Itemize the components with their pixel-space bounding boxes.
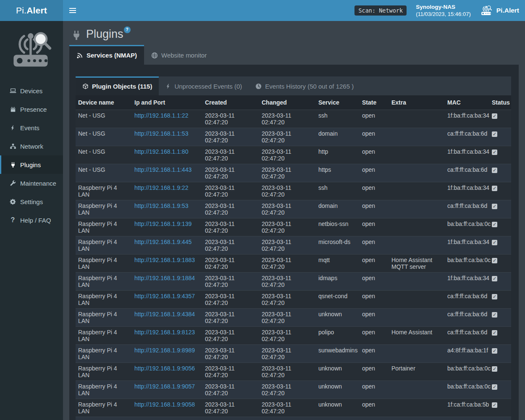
ip-port-link[interactable]: http://192.168.1.9:4357 [134,293,195,299]
help-badge[interactable]: ? [124,26,131,33]
service-cell: unknown [316,309,360,327]
ip-port-link[interactable]: http://192.168.1.9:445 [134,239,192,245]
changed-cell: 2023-03-11 02:47:20 [259,309,316,327]
status-checkbox[interactable] [492,330,497,336]
created-cell: 2023-03-11 02:47:20 [202,182,259,200]
ip-port-link[interactable]: http://192.168.1.9:53 [134,202,188,209]
col-state[interactable]: State [360,95,389,110]
mac-cell: 1f:ba:ff:ca:ba:34 [445,110,489,128]
ip-port-link[interactable]: http://192.168.1.9:139 [134,220,192,227]
col-created[interactable]: Created [202,95,259,110]
ip-port-link[interactable]: http://192.168.1.1:443 [134,166,192,173]
ip-port-link[interactable]: http://192.168.1.9:4384 [134,311,195,318]
sidebar-item-settings[interactable]: Settings [0,192,63,211]
extra-cell [389,417,445,420]
col-status[interactable]: Status [489,95,511,110]
ip-port-link[interactable]: http://192.168.1.9:9056 [134,365,195,372]
status-checkbox[interactable] [492,113,497,119]
navbar-right: Scan: Network Synology-NAS (11/03/2023, … [354,3,525,18]
status-checkbox[interactable] [492,402,497,408]
status-checkbox[interactable] [492,186,497,191]
ip-port-link[interactable]: http://192.168.1.9:9058 [134,401,195,408]
status-checkbox[interactable] [492,258,497,263]
changed-cell: 2023-03-11 02:47:20 [259,164,316,182]
sidebar-item-label: Plugins [20,161,41,168]
mac-cell: 1f:ba:ff:ca:ba:34 [445,236,489,255]
col-device-name[interactable]: Device name [76,95,132,110]
app-logo[interactable]: Pi.Alert [0,0,63,21]
service-cell: mqtt [316,255,360,273]
status-checkbox[interactable] [492,150,497,155]
table-header-row: Device name Ip and Port Created Changed … [76,95,511,110]
sidebar-item-devices[interactable]: Devices [0,81,63,100]
sidebar-item-network[interactable]: Network [0,137,63,155]
status-checkbox[interactable] [492,168,497,173]
status-checkbox[interactable] [492,204,497,209]
ip-port-link[interactable]: http://192.168.1.9:22 [134,184,188,191]
status-checkbox[interactable] [492,348,497,354]
cube-icon [82,83,89,89]
status-checkbox[interactable] [492,131,497,137]
ip-port-link[interactable]: http://192.168.1.9:9057 [134,383,195,390]
status-checkbox[interactable] [492,294,497,299]
device-name-cell: Raspberry Pi 4 LAN [76,381,132,399]
service-cell: polipo [316,327,360,345]
ip-port-link[interactable]: http://192.168.1.1:80 [134,148,188,155]
service-cell: https [316,164,360,182]
table-row: Raspberry Pi 4 LAN http://192.168.1.9:43… [76,309,511,327]
state-cell: open [360,291,389,309]
tab-services-nmap[interactable]: Services (NMAP) [69,45,144,65]
device-name-cell: Raspberry Pi 4 LAN [76,200,132,218]
sidebar-item-presence[interactable]: Presence [0,100,63,118]
status-checkbox[interactable] [492,276,497,281]
ip-port-link[interactable]: http://192.168.1.9:8989 [134,347,195,354]
status-checkbox[interactable] [492,366,497,372]
status-checkbox[interactable] [492,384,497,390]
ip-port-link[interactable]: http://192.168.1.9:1884 [134,275,195,281]
device-name-cell: Raspberry Pi 4 LAN [76,399,132,417]
table-row: Raspberry Pi 4 LAN http://192.168.1.9:18… [76,273,511,291]
laptop-icon [9,87,16,94]
service-cell: ssh [316,110,360,128]
status-checkbox[interactable] [492,222,497,227]
col-ip-and-port[interactable]: Ip and Port [132,95,202,110]
subtab-events-history[interactable]: Events History (50 out of 1265 ) [249,76,360,95]
mac-cell: ca:ff:ff:ca:ba:6d [445,128,489,146]
tab-website-monitor[interactable]: Website monitor [144,45,214,65]
sidebar-item-label: Network [20,143,43,150]
ip-port-link[interactable]: http://192.168.1.1:22 [134,112,188,119]
sidebar-item-help-faq[interactable]: ? Help / FAQ [0,211,63,229]
created-cell: 2023-03-11 02:47:20 [202,309,259,327]
ip-port-link[interactable]: http://192.168.1.1:53 [134,130,188,137]
state-cell: open [360,327,389,345]
ip-port-link[interactable]: http://192.168.1.9:8123 [134,329,195,336]
table-row: Raspberry Pi 4 LAN http://192.168.1.9:22… [76,182,511,200]
mac-cell: ca:ff:ff:ca:ba:6d [445,309,489,327]
navbar-brand[interactable]: Pi.Alert [480,5,519,16]
table-row: Raspberry Pi 4 LAN http://192.168.1.9:90… [76,363,511,381]
subtab-plugin-objects[interactable]: Plugin Objects (115) [76,76,159,95]
status-checkbox[interactable] [492,240,497,245]
col-mac[interactable]: MAC [445,95,489,110]
mac-cell: 1f:ba:ff:ca:ba:34 [445,146,489,164]
created-cell: 2023-03-11 02:47:20 [202,363,259,381]
extra-cell [389,273,445,291]
mac-cell: a4:8f:ff:aa:ba:1f [445,345,489,363]
col-service[interactable]: Service [316,95,360,110]
col-changed[interactable]: Changed [259,95,316,110]
sidebar-item-events[interactable]: Events [0,118,63,137]
sidebar-item-plugins[interactable]: Plugins [0,155,63,174]
col-extra[interactable]: Extra [389,95,445,110]
ip-port-link[interactable]: http://192.168.1.9:1883 [134,257,195,263]
extra-cell [389,399,445,417]
created-cell: 2023-03-11 02:47:20 [202,291,259,309]
status-checkbox[interactable] [492,312,497,318]
table-row: Net - USG http://192.168.1.1:53 2023-03-… [76,128,511,146]
service-cell: microsoft-ds [316,236,360,255]
subtab-unprocessed-events[interactable]: Unprocessed Events (0) [159,76,249,95]
globe-icon [151,52,158,59]
sidebar-item-maintenance[interactable]: Maintenance [0,174,63,192]
extra-cell [389,146,445,164]
hamburger-icon[interactable] [63,0,82,21]
changed-cell: 2023-03-11 02:47:20 [259,327,316,345]
